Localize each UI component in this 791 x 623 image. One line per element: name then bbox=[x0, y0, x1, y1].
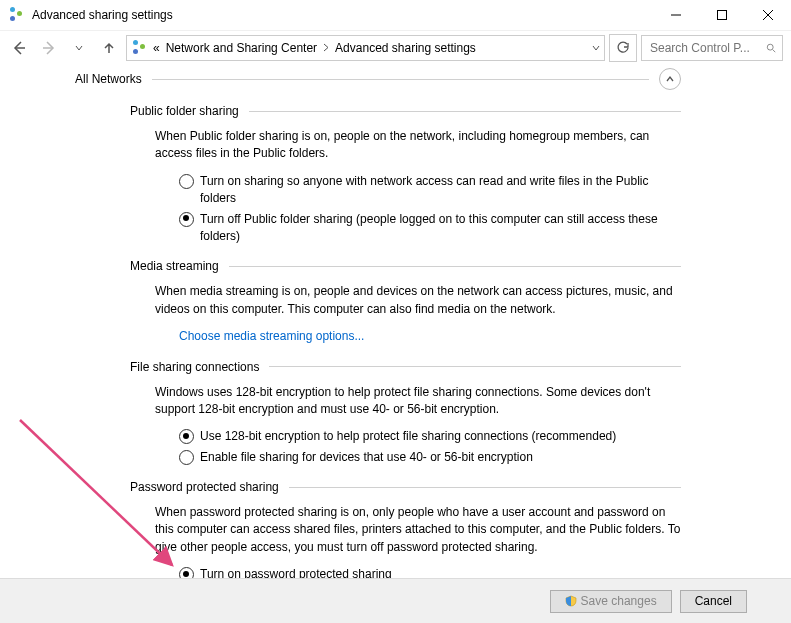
group-title: File sharing connections bbox=[130, 360, 259, 374]
group-description: When Public folder sharing is on, people… bbox=[155, 128, 681, 163]
cancel-button[interactable]: Cancel bbox=[680, 590, 747, 613]
group-file-sharing-connections: File sharing connections Windows uses 12… bbox=[75, 360, 681, 467]
radio-icon bbox=[179, 429, 194, 444]
network-icon bbox=[131, 40, 147, 56]
save-changes-button[interactable]: Save changes bbox=[550, 590, 672, 613]
button-label: Cancel bbox=[695, 594, 732, 608]
command-bar: Save changes Cancel bbox=[0, 578, 791, 623]
address-bar[interactable]: « Network and Sharing Center Advanced sh… bbox=[126, 35, 605, 61]
back-button[interactable] bbox=[6, 36, 32, 60]
radio-option[interactable]: Enable file sharing for devices that use… bbox=[179, 449, 681, 466]
radio-option[interactable]: Turn on sharing so anyone with network a… bbox=[179, 173, 681, 208]
group-title: Media streaming bbox=[130, 259, 219, 273]
media-options-link[interactable]: Choose media streaming options... bbox=[179, 329, 364, 343]
chevron-right-icon[interactable] bbox=[323, 41, 329, 55]
collapse-button[interactable] bbox=[659, 68, 681, 90]
network-icon bbox=[8, 7, 24, 23]
search-box[interactable] bbox=[641, 35, 783, 61]
radio-label: Use 128-bit encryption to help protect f… bbox=[200, 428, 616, 445]
svg-line-7 bbox=[773, 50, 776, 53]
group-description: When media streaming is on, people and d… bbox=[155, 283, 681, 318]
radio-label: Turn on sharing so anyone with network a… bbox=[200, 173, 681, 208]
content-area: All Networks Public folder sharing When … bbox=[0, 64, 791, 579]
radio-label: Turn off Public folder sharing (people l… bbox=[200, 211, 681, 246]
group-public-folder-sharing: Public folder sharing When Public folder… bbox=[75, 104, 681, 245]
svg-point-6 bbox=[767, 44, 773, 50]
refresh-button[interactable] bbox=[609, 34, 637, 62]
group-description: Windows uses 128-bit encryption to help … bbox=[155, 384, 681, 419]
radio-icon bbox=[179, 450, 194, 465]
minimize-button[interactable] bbox=[653, 0, 699, 30]
chevron-up-icon bbox=[665, 74, 675, 84]
recent-locations-button[interactable] bbox=[66, 36, 92, 60]
navigation-bar: « Network and Sharing Center Advanced sh… bbox=[0, 31, 791, 65]
shield-icon bbox=[565, 595, 577, 607]
divider bbox=[289, 487, 681, 488]
search-input[interactable] bbox=[648, 40, 760, 56]
group-title: Public folder sharing bbox=[130, 104, 239, 118]
radio-label: Enable file sharing for devices that use… bbox=[200, 449, 533, 466]
svg-rect-1 bbox=[718, 11, 727, 20]
group-title: Password protected sharing bbox=[130, 480, 279, 494]
close-button[interactable] bbox=[745, 0, 791, 30]
maximize-button[interactable] bbox=[699, 0, 745, 30]
titlebar: Advanced sharing settings bbox=[0, 0, 791, 31]
group-media-streaming: Media streaming When media streaming is … bbox=[75, 259, 681, 345]
radio-icon bbox=[179, 174, 194, 189]
search-icon bbox=[766, 42, 776, 54]
divider bbox=[249, 111, 681, 112]
section-title: All Networks bbox=[75, 72, 142, 86]
chevron-down-icon[interactable] bbox=[592, 41, 600, 55]
window-title: Advanced sharing settings bbox=[32, 8, 653, 22]
radio-option[interactable]: Use 128-bit encryption to help protect f… bbox=[179, 428, 681, 445]
divider bbox=[229, 266, 681, 267]
radio-icon bbox=[179, 212, 194, 227]
up-button[interactable] bbox=[96, 36, 122, 60]
divider bbox=[269, 366, 681, 367]
divider bbox=[152, 79, 649, 80]
group-description: When password protected sharing is on, o… bbox=[155, 504, 681, 556]
radio-option[interactable]: Turn off Public folder sharing (people l… bbox=[179, 211, 681, 246]
forward-button[interactable] bbox=[36, 36, 62, 60]
group-password-protected-sharing: Password protected sharing When password… bbox=[75, 480, 681, 579]
button-label: Save changes bbox=[581, 594, 657, 608]
breadcrumb-item[interactable]: Advanced sharing settings bbox=[335, 41, 476, 55]
breadcrumb-item[interactable]: Network and Sharing Center bbox=[166, 41, 317, 55]
breadcrumb-prefix[interactable]: « bbox=[153, 41, 160, 55]
